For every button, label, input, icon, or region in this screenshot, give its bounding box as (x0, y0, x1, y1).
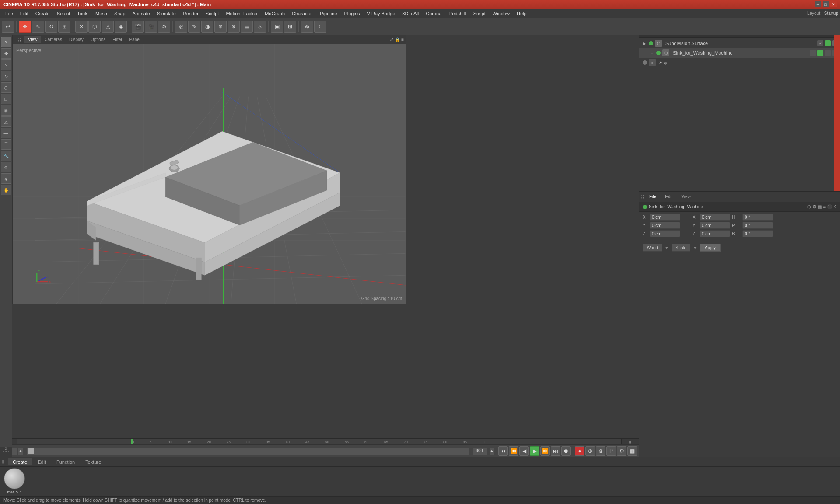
menu-sculpt[interactable]: Sculpt (202, 10, 223, 17)
polys-mode[interactable]: △ (102, 21, 114, 33)
viewport-tab-display[interactable]: Display (66, 36, 87, 43)
record-keyframe[interactable]: ● (575, 446, 584, 456)
obj-vis-icon[interactable]: ✓ (817, 40, 823, 46)
left-tool-live[interactable]: ◎ (1, 105, 11, 116)
transform-tool[interactable]: ⊞ (58, 21, 70, 33)
tool13[interactable]: ☾ (314, 21, 326, 33)
prev-frame-button[interactable]: ⏪ (509, 446, 518, 456)
viewport[interactable]: Z X Y Perspective Grid Spacing : 10 cm (13, 44, 406, 304)
left-tool-scale[interactable]: ⤡ (1, 60, 11, 70)
left-tool-3d[interactable]: △ (1, 116, 11, 127)
bottom-tab-create[interactable]: Create (8, 458, 32, 466)
menu-pipeline[interactable]: Pipeline (316, 10, 340, 17)
menu-redshift[interactable]: Redshift (445, 10, 469, 17)
coord-y-pos[interactable]: 0 cm (650, 222, 680, 229)
object-item-sky[interactable]: ○ Sky (639, 58, 840, 67)
menu-simulate[interactable]: Simulate (154, 10, 179, 17)
menu-select[interactable]: Select (53, 10, 74, 17)
menu-mograph[interactable]: MoGraph (261, 10, 288, 17)
scrubber-handle[interactable] (28, 448, 34, 454)
render-settings[interactable]: ⚙ (158, 21, 170, 33)
tool6[interactable]: ✎ (188, 21, 200, 33)
menu-mesh[interactable]: Mesh (92, 10, 111, 17)
coord-b-val[interactable]: 0 ° (742, 230, 773, 237)
tool12[interactable]: ⊚ (301, 21, 313, 33)
render-playback[interactable]: ▦ (627, 446, 637, 456)
menu-plugins[interactable]: Plugins (340, 10, 363, 17)
end-frame-input[interactable]: 90 F (472, 447, 488, 455)
attr-tab-edit[interactable]: Edit (662, 193, 676, 200)
undo-button[interactable]: ↩ (2, 21, 14, 33)
obj-sink-ctrl1[interactable] (810, 50, 816, 56)
play-options[interactable]: P (606, 446, 616, 456)
menu-window[interactable]: Window (489, 10, 513, 17)
play-button[interactable]: ▶ (530, 446, 539, 456)
menu-render[interactable]: Render (179, 10, 202, 17)
object-mode[interactable]: ◈ (115, 21, 127, 33)
fps-display[interactable]: ⚙ (617, 446, 626, 456)
menu-corona[interactable]: Corona (422, 10, 445, 17)
apply-button[interactable]: Apply (700, 244, 721, 252)
viewport-icon-lock[interactable]: 🔒 (395, 37, 400, 42)
coord-y-rot[interactable]: 0 cm (700, 222, 730, 229)
menu-edit[interactable]: Edit (17, 10, 32, 17)
rotate-tool[interactable]: ↻ (45, 21, 57, 33)
coord-x-rot[interactable]: 0 cm (700, 214, 730, 220)
close-button[interactable]: ✕ (830, 1, 836, 7)
menu-vraybridge[interactable]: V-Ray Bridge (364, 10, 399, 17)
goto-end-button[interactable]: ⏭ (551, 446, 560, 456)
tool9[interactable]: ⊗ (228, 21, 240, 33)
next-frame-button[interactable]: ⏩ (540, 446, 550, 456)
tool11[interactable]: ☼ (254, 21, 266, 33)
left-tool-paint[interactable]: ⚙ (1, 162, 11, 172)
auto-keyframe[interactable]: ⊕ (585, 446, 595, 456)
world-dropdown-icon[interactable]: ▼ (665, 245, 669, 250)
tool7[interactable]: ◑ (201, 21, 214, 33)
menu-file[interactable]: File (2, 10, 17, 17)
menu-3dtoall[interactable]: 3DToAll (399, 10, 422, 17)
world-button[interactable]: World (643, 244, 662, 252)
edges-mode[interactable]: ⬡ (88, 21, 101, 33)
left-tool-lasso[interactable]: ⬡ (1, 82, 11, 93)
obj-sink-ctrl2[interactable] (817, 50, 823, 56)
tool10[interactable]: ▤ (241, 21, 253, 33)
attr-tab-view[interactable]: View (678, 193, 694, 200)
object-item-subdivision[interactable]: ▶ ⬡ Subdivision Surface ✓ ✓ (639, 38, 840, 48)
viewport-tab-view[interactable]: View (24, 36, 41, 43)
minimize-button[interactable]: − (815, 1, 821, 7)
scale-dropdown-icon[interactable]: ▼ (693, 245, 697, 250)
viewport-tab-filter[interactable]: Filter (109, 36, 126, 43)
left-tool-rotate[interactable]: ↻ (1, 71, 11, 81)
coord-z-pos[interactable]: 0 cm (650, 230, 680, 237)
menu-tools[interactable]: Tools (74, 10, 92, 17)
bottom-tab-texture[interactable]: Texture (81, 458, 105, 466)
left-tool-magnet[interactable]: 🔧 (1, 150, 11, 161)
bottom-tab-edit[interactable]: Edit (33, 458, 50, 466)
maximize-button[interactable]: □ (822, 1, 829, 7)
left-tool-move[interactable]: ✥ (1, 48, 11, 59)
menu-help[interactable]: Help (513, 10, 530, 17)
viewport-icon-menu[interactable]: ≡ (401, 37, 404, 42)
end-frame-spinner[interactable]: ▲ (489, 447, 494, 455)
play-reverse-button[interactable]: ◀ (519, 446, 529, 456)
points-mode[interactable]: ✕ (75, 21, 88, 33)
obj-sink-ctrl3[interactable] (825, 50, 831, 56)
coord-z-rot[interactable]: 0 cm (700, 230, 730, 237)
left-tool-poly[interactable]: □ (1, 94, 11, 104)
viewport-tab-cameras[interactable]: Cameras (41, 36, 66, 43)
menu-character[interactable]: Character (288, 10, 316, 17)
tool5[interactable]: ◎ (175, 21, 187, 33)
record-button[interactable]: ⏺ (561, 446, 571, 456)
layout-value[interactable]: Startup (824, 11, 838, 16)
goto-start-button[interactable]: ⏮ (498, 446, 508, 456)
left-tool-grab[interactable]: ✋ (1, 185, 11, 195)
viewport-tab-options[interactable]: Options (87, 36, 109, 43)
move-tool[interactable]: ✥ (19, 21, 31, 33)
timeline-scrubber[interactable] (26, 447, 469, 455)
snapping[interactable]: ▣ (271, 21, 283, 33)
tool8[interactable]: ⊕ (214, 21, 227, 33)
scale-button[interactable]: Scale (672, 244, 690, 252)
scale-tool[interactable]: ⤡ (32, 21, 44, 33)
left-tool-bridge[interactable]: ⌒ (1, 139, 11, 150)
viewport-tab-panel[interactable]: Panel (126, 36, 144, 43)
